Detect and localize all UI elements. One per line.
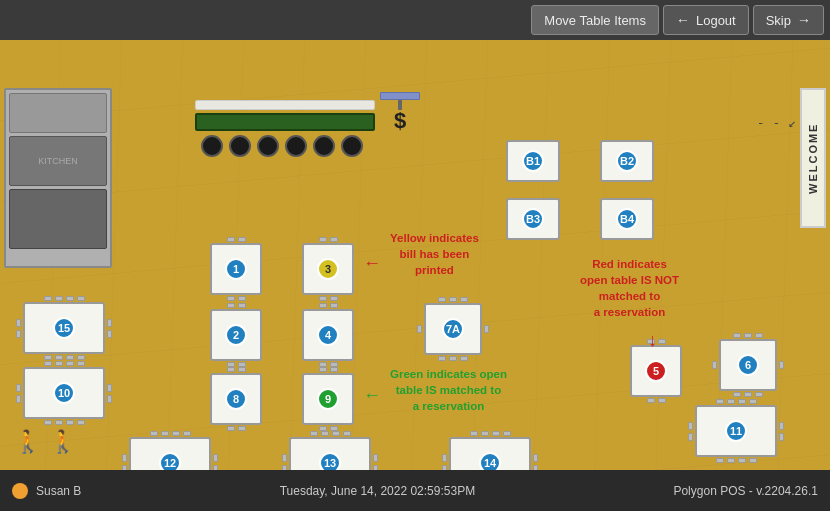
people-icons: 🚶 🚶 [14, 429, 76, 455]
chairs-bottom-7a [438, 356, 468, 361]
table-B1-badge: B1 [522, 150, 544, 172]
chairs-top-3 [319, 237, 338, 242]
chairs-top-1 [227, 237, 246, 242]
table-6-surface: 6 [719, 339, 777, 391]
status-bar: Susan B Tuesday, June 14, 2022 02:59:53P… [0, 470, 830, 511]
table-B3-badge: B3 [522, 208, 544, 230]
chairs-top-15 [44, 296, 85, 301]
annotation-yellow-arrow: ← [363, 253, 381, 274]
table-13-surface: 13 [289, 437, 371, 470]
chairs-top-10 [44, 361, 85, 366]
chairs-top-8 [227, 367, 246, 372]
table-B2-badge: B2 [616, 150, 638, 172]
table-6[interactable]: 6 [710, 332, 786, 398]
chairs-left-12 [122, 454, 127, 471]
annotation-red-text: Red indicatesopen table IS NOTmatched to… [580, 258, 679, 318]
table-12-badge: 12 [159, 452, 181, 470]
bar-stool-4 [285, 135, 307, 157]
table-1[interactable]: 1 [210, 236, 262, 302]
entrance-arrow: - - ↙ [757, 115, 796, 130]
skip-label: Skip [766, 13, 791, 28]
table-10[interactable]: 10 [14, 360, 114, 426]
chairs-bottom-11 [716, 458, 757, 463]
chairs-bottom-8 [227, 426, 246, 431]
chairs-left-14 [442, 454, 447, 471]
move-table-label: Move Table Items [544, 13, 646, 28]
table-3-surface: 3 [302, 243, 354, 295]
kitchen-appliance-middle: KITCHEN [9, 136, 107, 186]
chairs-top-14 [470, 431, 511, 436]
table-B1[interactable]: B1 [506, 140, 560, 182]
table-11-badge: 11 [725, 420, 747, 442]
bar-shelf [195, 100, 375, 110]
table-15[interactable]: 15 [14, 295, 114, 361]
chairs-right-12 [213, 454, 218, 471]
table-8[interactable]: 8 [210, 366, 262, 432]
table-B4[interactable]: B4 [600, 198, 654, 240]
welcome-sign: WELCOME [800, 88, 826, 228]
annotation-green: Green indicates opentable IS matched toa… [390, 366, 507, 414]
table-7a-surface: 7A [424, 303, 482, 355]
chairs-bottom-6 [733, 392, 763, 397]
table-2-badge: 2 [225, 324, 247, 346]
welcome-text: WELCOME [807, 122, 819, 193]
table-4-surface: 4 [302, 309, 354, 361]
bar-top [195, 113, 375, 131]
table-8-surface: 8 [210, 373, 262, 425]
annotation-yellow: Yellow indicatesbill has beenprinted [390, 230, 479, 278]
table-12[interactable]: 12 [120, 430, 220, 470]
skip-button[interactable]: Skip → [753, 5, 824, 35]
chairs-bottom-3 [319, 296, 338, 301]
table-6-badge: 6 [737, 354, 759, 376]
chairs-right-11 [779, 422, 784, 441]
table-3-badge: 3 [317, 258, 339, 280]
annotation-yellow-text: Yellow indicatesbill has beenprinted [390, 232, 479, 276]
chairs-right-14 [533, 454, 538, 471]
chairs-top-4 [319, 303, 338, 308]
chairs-top-7a [438, 297, 468, 302]
bar-stools [201, 135, 375, 157]
annotation-green-arrow: ← [363, 385, 381, 406]
table-11[interactable]: 11 [686, 398, 786, 464]
table-13[interactable]: 13 [280, 430, 380, 470]
chairs-left-7a [417, 325, 422, 333]
chairs-right-7a [484, 325, 489, 333]
status-user: Susan B [36, 484, 81, 498]
kitchen-appliance-bottom [9, 189, 107, 249]
status-dot [12, 483, 28, 499]
bar-stool-3 [257, 135, 279, 157]
table-14-badge: 14 [479, 452, 501, 470]
dollar-sign: $ [380, 110, 420, 132]
table-8-badge: 8 [225, 388, 247, 410]
chairs-right-13 [373, 454, 378, 471]
table-1-badge: 1 [225, 258, 247, 280]
bar-stool-1 [201, 135, 223, 157]
annotation-red-arrow: ↓ [648, 330, 657, 351]
chairs-right-10 [107, 384, 112, 403]
table-11-surface: 11 [695, 405, 777, 457]
chairs-top-11 [716, 399, 757, 404]
chairs-bottom-10 [44, 420, 85, 425]
table-B2[interactable]: B2 [600, 140, 654, 182]
chairs-top-13 [310, 431, 351, 436]
table-4[interactable]: 4 [302, 302, 354, 368]
table-4-badge: 4 [317, 324, 339, 346]
chairs-top-2 [227, 303, 246, 308]
table-14-surface: 14 [449, 437, 531, 470]
table-2[interactable]: 2 [210, 302, 262, 368]
status-datetime: Tuesday, June 14, 2022 02:59:53PM [280, 484, 475, 498]
annotation-green-text: Green indicates opentable IS matched toa… [390, 368, 507, 412]
table-B3[interactable]: B3 [506, 198, 560, 240]
table-3[interactable]: 3 [302, 236, 354, 302]
chairs-left-15 [16, 319, 21, 338]
table-9[interactable]: 9 [302, 366, 354, 432]
table-7a[interactable]: 7A [415, 296, 491, 362]
table-14[interactable]: 14 [440, 430, 540, 470]
host-stand: $ [380, 92, 420, 132]
move-table-button[interactable]: Move Table Items [531, 5, 659, 35]
table-1-surface: 1 [210, 243, 262, 295]
kitchen-appliance-top [9, 93, 107, 133]
bar-area [195, 100, 375, 157]
logout-button[interactable]: ← Logout [663, 5, 749, 35]
table-15-badge: 15 [53, 317, 75, 339]
